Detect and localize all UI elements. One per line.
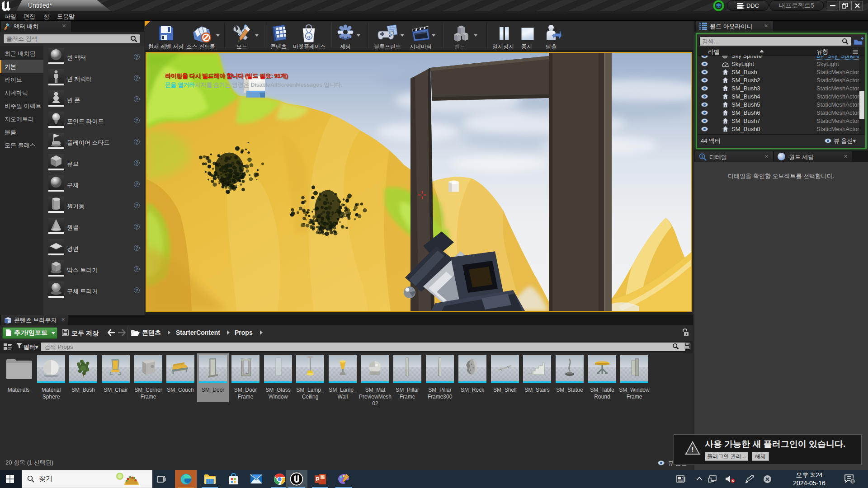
svg-text:3: 3 [851,479,854,484]
svg-text:i: i [702,155,703,159]
svg-text:P: P [316,476,319,483]
svg-text:u: u [307,33,310,40]
svg-text:!: ! [691,446,693,454]
